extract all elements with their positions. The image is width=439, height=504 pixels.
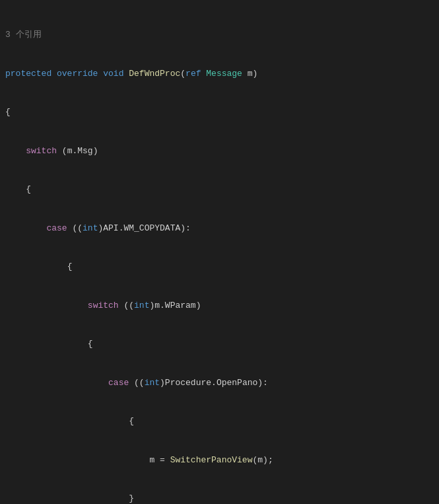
line-open-brace-1: { bbox=[0, 106, 439, 119]
line-open-brace-5: { bbox=[0, 415, 439, 428]
line-case-openpano: case ((int)Procedure.OpenPano): bbox=[0, 377, 439, 390]
line-switch-msg: switch (m.Msg) bbox=[0, 145, 439, 158]
references-text: 3 个引用 bbox=[5, 30, 42, 40]
code-editor: 3 个引用 protected override void DefWndProc… bbox=[0, 0, 439, 504]
line-case-wm-copydata: case ((int)API.WM_COPYDATA): bbox=[0, 222, 439, 235]
line-switch-wparam: switch ((int)m.WParam) bbox=[0, 299, 439, 312]
line-open-brace-4: { bbox=[0, 338, 439, 351]
line-switcher-pano-view: m = SwitcherPanoView(m); bbox=[0, 454, 439, 467]
line-method-signature: protected override void DefWndProc(ref M… bbox=[0, 67, 439, 81]
line-open-brace-2: { bbox=[0, 183, 439, 196]
line-references: 3 个引用 bbox=[0, 28, 439, 42]
line-open-brace-3: { bbox=[0, 260, 439, 273]
line-close-brace-5: } bbox=[0, 492, 439, 504]
